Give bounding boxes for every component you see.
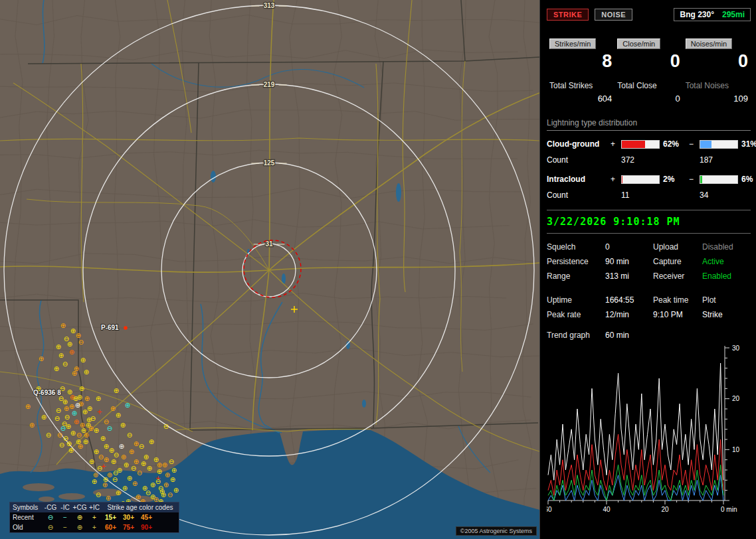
legend-col-header-0: -CG xyxy=(43,504,58,511)
total-noises-value: 109 xyxy=(686,94,748,104)
cloud-ground-label: Cloud-ground xyxy=(547,139,611,149)
cg-positive-pct: 62% xyxy=(660,139,689,149)
cg-negative-count: 187 xyxy=(700,155,738,165)
svg-text:⊖: ⊖ xyxy=(127,431,132,439)
svg-text:⊖: ⊖ xyxy=(76,431,82,439)
svg-text:⊕: ⊕ xyxy=(103,476,108,483)
legend-symbol-icon: ⊕ xyxy=(72,514,87,521)
intracloud-label: Intracloud xyxy=(547,175,611,184)
trend-graph: 3020106040200 min xyxy=(547,343,756,522)
svg-text:⊖: ⊖ xyxy=(59,441,64,449)
range-label: Range xyxy=(547,271,605,281)
svg-text:⊖: ⊖ xyxy=(167,491,173,499)
legend-age-code-1-2: 90+ xyxy=(138,524,155,531)
svg-text:⊖: ⊖ xyxy=(137,469,142,477)
svg-text:⊕: ⊕ xyxy=(74,418,79,425)
legend-symbol-icon: + xyxy=(87,514,102,521)
svg-text:⊕: ⊕ xyxy=(78,443,83,450)
svg-text:10: 10 xyxy=(732,446,740,453)
ic-positive-bar xyxy=(621,175,660,184)
total-close-label: Total Close xyxy=(617,81,680,90)
svg-text:⊕: ⊕ xyxy=(120,422,126,429)
ic-positive-count: 11 xyxy=(621,191,660,200)
svg-text:20: 20 xyxy=(732,395,740,402)
rate-stats: Strikes/min 8 Total Strikes 604 Close/mi… xyxy=(547,37,751,104)
svg-text:⊕: ⊕ xyxy=(73,395,78,402)
map-canvas[interactable]: 31321912531 ⊖⊕⊕⊖⊕⊕⊖⊕⊕⊖⊕⊕⊖⊕⊕⊕⊖⊕⊕⊖⊕⊕⊕⊖⊕⊕⊖⊕… xyxy=(0,0,539,539)
svg-text:⊕: ⊕ xyxy=(171,467,177,474)
svg-text:⊖: ⊖ xyxy=(113,469,118,477)
cg-negative-pct: 31% xyxy=(738,139,756,149)
svg-text:⊕: ⊕ xyxy=(116,412,121,419)
strike-button[interactable]: STRIKE xyxy=(547,9,589,21)
svg-text:125: 125 xyxy=(264,159,275,167)
trend-graph-window: 60 min xyxy=(605,331,751,340)
svg-text:⊕: ⊕ xyxy=(134,440,139,447)
svg-text:60: 60 xyxy=(547,506,552,513)
svg-text:⊖: ⊖ xyxy=(56,407,61,414)
ic-negative-bar xyxy=(700,175,738,184)
legend-symbol-icon: − xyxy=(58,514,72,521)
svg-text:⊖: ⊖ xyxy=(131,465,136,472)
noises-per-min-button[interactable]: Noises/min xyxy=(686,38,732,49)
squelch-value: 0 xyxy=(605,242,653,252)
svg-text:⊕: ⊕ xyxy=(39,355,44,362)
uptime-label: Uptime xyxy=(547,295,605,305)
uptime-value: 1664:55 xyxy=(605,295,653,305)
svg-text:⊕: ⊕ xyxy=(92,478,97,485)
svg-text:⊕: ⊕ xyxy=(62,398,68,406)
range-value: 313 mi xyxy=(605,271,653,281)
svg-text:313: 313 xyxy=(264,2,275,9)
svg-text:⊖: ⊖ xyxy=(57,431,62,439)
peak-time-label: Peak time xyxy=(653,295,702,305)
svg-text:⊖: ⊖ xyxy=(98,453,104,461)
legend-symbol-icon: ⊕ xyxy=(72,524,87,531)
svg-text:⊖: ⊖ xyxy=(78,339,84,346)
plot-label: Plot xyxy=(702,295,751,305)
svg-text:+: + xyxy=(101,463,106,470)
svg-text:⊕: ⊕ xyxy=(68,447,74,454)
svg-text:⊕: ⊕ xyxy=(96,395,101,402)
minus-sign: − xyxy=(689,139,700,149)
bearing-label: Bng 230° xyxy=(680,10,713,19)
svg-text:⊕: ⊕ xyxy=(94,427,99,434)
bearing-range: 295mi xyxy=(722,10,745,19)
svg-text:⊖: ⊖ xyxy=(46,431,51,439)
svg-text:⊕: ⊕ xyxy=(66,440,72,447)
svg-text:⊖: ⊖ xyxy=(163,423,169,430)
plus-sign: + xyxy=(611,175,621,184)
ic-negative-pct: 6% xyxy=(738,175,753,184)
svg-text:⊕: ⊕ xyxy=(121,453,126,461)
svg-text:⊖: ⊖ xyxy=(112,476,118,483)
svg-text:⊕: ⊕ xyxy=(125,402,130,409)
plus-sign: + xyxy=(611,139,621,149)
settings-grid: Squelch 0 Upload Disabled Persistence 90… xyxy=(547,242,751,281)
status-panel: STRIKE NOISE Bng 230° 295mi Strikes/min … xyxy=(539,0,756,539)
receiver-status: Enabled xyxy=(702,271,751,281)
legend-symbol-icon: − xyxy=(58,524,72,531)
strikes-per-min-button[interactable]: Strikes/min xyxy=(549,38,596,49)
svg-text:⊕: ⊕ xyxy=(70,429,76,437)
svg-text:⊕: ⊕ xyxy=(170,476,175,483)
panel-header: STRIKE NOISE Bng 230° 295mi xyxy=(547,8,751,21)
svg-text:⊕: ⊕ xyxy=(159,488,165,495)
legend-symbols-header: Symbols xyxy=(10,504,43,511)
svg-text:⊕: ⊕ xyxy=(83,438,88,445)
plot-value: Strike xyxy=(702,310,751,319)
map-view[interactable]: 31321912531 ⊖⊕⊕⊖⊕⊕⊖⊕⊕⊖⊕⊕⊖⊕⊕⊕⊖⊕⊕⊖⊕⊕⊕⊖⊕⊕⊖⊕… xyxy=(0,0,539,539)
svg-text:P-691: P-691 xyxy=(101,324,119,331)
receiver-label: Receiver xyxy=(653,271,702,281)
svg-text:⊕: ⊕ xyxy=(41,414,47,421)
info-grid: Uptime 1664:55 Peak time Plot Peak rate … xyxy=(547,295,751,319)
svg-text:⊕: ⊕ xyxy=(109,447,114,454)
close-stat-column: Close/min 0 Total Close 0 xyxy=(614,37,682,104)
close-per-min-button[interactable]: Close/min xyxy=(617,38,660,49)
noise-button[interactable]: NOISE xyxy=(595,9,632,21)
svg-text:⊕: ⊕ xyxy=(114,387,119,394)
legend-row-label-1: Old xyxy=(10,524,43,531)
svg-text:⊕: ⊕ xyxy=(106,495,111,502)
svg-text:⊖: ⊖ xyxy=(54,415,60,422)
legend-symbol-icon: ⊖ xyxy=(43,524,58,531)
total-strikes-value: 604 xyxy=(549,94,612,104)
svg-text:⊕: ⊕ xyxy=(89,458,94,465)
